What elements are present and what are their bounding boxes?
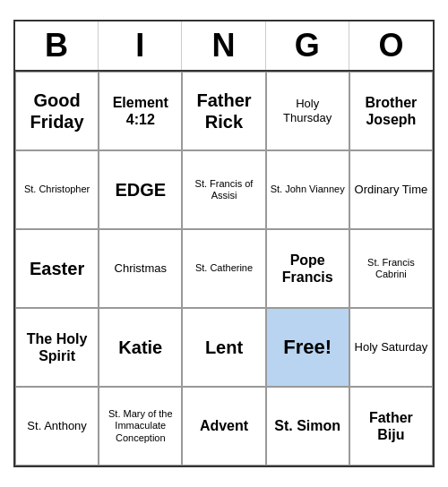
bingo-cell-5: St. Christopher [15, 150, 99, 229]
header-letter-N: N [182, 21, 265, 70]
bingo-cell-4: Brother Joseph [349, 72, 433, 150]
bingo-grid: Good FridayElement 4:12Father RickHoly T… [15, 72, 433, 466]
bingo-cell-7: St. Francis of Assisi [182, 150, 265, 229]
bingo-card: BINGO Good FridayElement 4:12Father Rick… [13, 20, 435, 467]
bingo-cell-18: Free! [266, 308, 349, 387]
bingo-cell-19: Holy Saturday [349, 308, 433, 387]
bingo-cell-6: EDGE [99, 150, 182, 229]
bingo-cell-0: Good Friday [15, 72, 99, 150]
header-letter-G: G [266, 21, 349, 70]
bingo-cell-15: The Holy Spirit [15, 308, 99, 387]
bingo-cell-12: St. Catherine [182, 229, 265, 308]
bingo-cell-21: St. Mary of the Immaculate Conception [99, 387, 182, 466]
bingo-cell-13: Pope Francis [266, 229, 349, 308]
bingo-cell-9: Ordinary Time [349, 150, 433, 229]
bingo-cell-17: Lent [182, 308, 265, 387]
bingo-cell-8: St. John Vianney [266, 150, 349, 229]
header-letter-B: B [15, 21, 99, 70]
bingo-header: BINGO [15, 21, 433, 72]
bingo-cell-16: Katie [99, 308, 182, 387]
bingo-cell-10: Easter [15, 229, 99, 308]
bingo-cell-2: Father Rick [182, 72, 265, 150]
bingo-cell-1: Element 4:12 [99, 72, 182, 150]
header-letter-I: I [99, 21, 182, 70]
bingo-cell-11: Christmas [99, 229, 182, 308]
bingo-cell-20: St. Anthony [15, 387, 99, 466]
bingo-cell-24: Father Biju [349, 387, 433, 466]
bingo-cell-22: Advent [182, 387, 265, 466]
bingo-cell-3: Holy Thursday [266, 72, 349, 150]
bingo-cell-14: St. Francis Cabrini [349, 229, 433, 308]
header-letter-O: O [349, 21, 433, 70]
bingo-cell-23: St. Simon [266, 387, 349, 466]
